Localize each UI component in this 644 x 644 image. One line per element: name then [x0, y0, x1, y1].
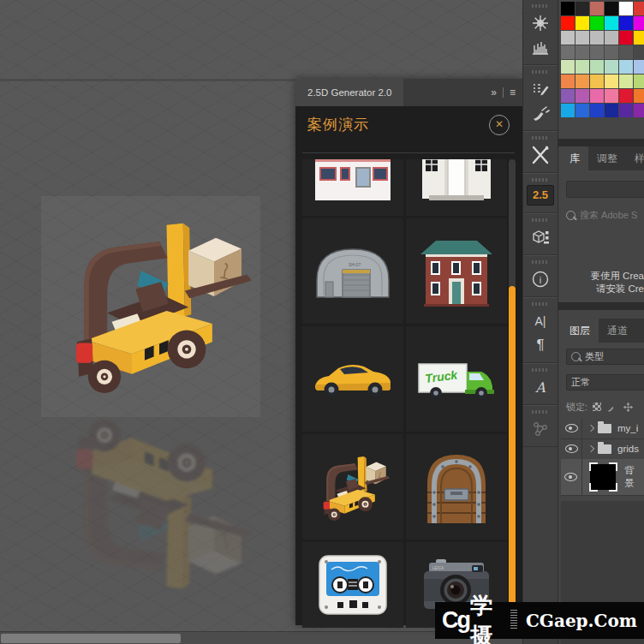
filter-gallery-icon[interactable] — [523, 11, 558, 35]
swatch[interactable] — [605, 75, 618, 88]
tab-library[interactable]: 库 — [561, 146, 588, 170]
panel-grip[interactable] — [532, 218, 549, 222]
lock-move-icon[interactable] — [623, 402, 634, 413]
sample-wooden-door[interactable] — [406, 434, 507, 540]
tab-layers[interactable]: 图层 — [561, 319, 599, 343]
swatch[interactable] — [575, 89, 589, 103]
visibility-eye-icon[interactable] — [565, 424, 578, 432]
horizontal-scrollbar-thumb[interactable] — [1, 634, 181, 643]
swatch[interactable] — [605, 60, 618, 74]
swatch[interactable] — [561, 89, 575, 103]
share-panel-icon[interactable] — [523, 417, 558, 441]
swatch[interactable] — [605, 16, 618, 30]
layer-row-background[interactable]: 背景 — [561, 459, 644, 496]
collapse-panel-icon[interactable]: » — [491, 86, 497, 98]
sample-yellow-car[interactable] — [302, 326, 403, 432]
swatch[interactable] — [561, 104, 575, 117]
character-panel-icon[interactable]: A| — [523, 309, 558, 333]
swatch[interactable] — [590, 75, 604, 88]
swatch[interactable] — [590, 31, 604, 45]
close-button[interactable]: ✕ — [489, 115, 510, 135]
swatch[interactable] — [634, 60, 644, 74]
blend-mode-select[interactable]: 正常 — [566, 374, 644, 391]
swatch[interactable] — [634, 31, 644, 45]
panel-menu-icon[interactable]: ≡ — [510, 86, 516, 98]
info-icon[interactable]: i — [523, 267, 558, 291]
swatch[interactable] — [605, 45, 618, 59]
sample-brick-house[interactable] — [406, 218, 507, 324]
brush-presets-icon[interactable] — [523, 77, 558, 101]
swatch[interactable] — [590, 60, 604, 74]
panel-grip[interactable] — [532, 410, 549, 414]
sample-cassette[interactable] — [302, 542, 403, 628]
swatch[interactable] — [605, 89, 618, 103]
swatch[interactable] — [561, 45, 575, 59]
tab-styles[interactable]: 样 — [626, 146, 644, 170]
swatch[interactable] — [619, 45, 633, 59]
panel-grip[interactable] — [532, 302, 549, 306]
swatch[interactable] — [575, 104, 589, 117]
layer-row-my-i[interactable]: my_i — [561, 418, 644, 439]
swatch[interactable] — [634, 75, 644, 88]
swatch[interactable] — [634, 45, 644, 59]
sample-warehouse[interactable]: SH-07 — [302, 218, 403, 324]
library-search[interactable]: 搜索 Adobe S — [566, 206, 644, 224]
swatch[interactable] — [590, 16, 604, 30]
tools-crossed-icon[interactable] — [523, 143, 558, 167]
swatch[interactable] — [619, 60, 633, 74]
panel-scrollbar[interactable] — [509, 159, 516, 618]
swatch[interactable] — [605, 104, 618, 117]
tab-channels[interactable]: 通道 — [599, 319, 636, 343]
swatch[interactable] — [590, 2, 604, 15]
swatch[interactable] — [605, 2, 618, 15]
group-expand-chevron[interactable] — [587, 425, 594, 432]
swatch[interactable] — [634, 104, 644, 117]
swatch[interactable] — [561, 2, 575, 15]
generator-panel-badge[interactable]: 2.5 — [527, 185, 554, 206]
visibility-eye-icon[interactable] — [565, 444, 578, 453]
swatch[interactable] — [561, 16, 575, 30]
swatch[interactable] — [619, 2, 633, 15]
panel-grip[interactable] — [532, 136, 549, 140]
tab-adjustments[interactable]: 调整 — [588, 146, 626, 170]
histogram-icon[interactable] — [523, 35, 558, 59]
swatch[interactable] — [575, 60, 589, 74]
swatch[interactable] — [575, 45, 589, 59]
layer-filter-type[interactable]: 类型 — [566, 349, 644, 365]
swatch[interactable] — [634, 89, 644, 103]
swatch[interactable] — [590, 104, 604, 117]
swatch[interactable] — [575, 16, 589, 30]
sample-white-door[interactable] — [406, 159, 507, 216]
panel-scrollbar-thumb[interactable] — [509, 286, 516, 605]
panel-grip[interactable] — [532, 368, 549, 372]
swatch[interactable] — [590, 45, 604, 59]
swatch[interactable] — [561, 60, 575, 74]
swatch[interactable] — [619, 16, 633, 30]
group-expand-chevron[interactable] — [587, 445, 594, 452]
swatch[interactable] — [561, 75, 575, 88]
library-filter-dropdown[interactable] — [566, 181, 644, 198]
3d-panel-icon[interactable] — [523, 225, 558, 249]
swatch[interactable] — [619, 75, 633, 88]
glyphs-panel-icon[interactable]: A — [523, 375, 558, 399]
panel-grip[interactable] — [532, 4, 549, 8]
panel-grip[interactable] — [532, 178, 549, 182]
panel-grip[interactable] — [532, 70, 549, 74]
swatch[interactable] — [634, 16, 644, 30]
sample-storefront[interactable] — [302, 159, 403, 216]
brushes-icon[interactable] — [523, 101, 558, 125]
paragraph-panel-icon[interactable]: ¶ — [523, 333, 558, 357]
generator-panel-tab[interactable]: 2.5D Generator 2.0 — [295, 79, 403, 106]
swatch[interactable] — [575, 75, 589, 88]
swatch[interactable] — [619, 89, 633, 103]
sample-delivery-truck[interactable]: Truck — [406, 326, 507, 432]
swatch[interactable] — [605, 31, 618, 45]
swatch[interactable] — [619, 31, 633, 45]
swatch[interactable] — [619, 104, 633, 117]
layer-row-grids[interactable]: grids — [561, 438, 644, 460]
visibility-eye-icon[interactable] — [564, 473, 577, 481]
tab-paths[interactable]: 路 — [636, 319, 644, 343]
swatch[interactable] — [575, 31, 589, 45]
sample-forklift[interactable] — [302, 434, 403, 540]
swatch[interactable] — [590, 89, 604, 103]
